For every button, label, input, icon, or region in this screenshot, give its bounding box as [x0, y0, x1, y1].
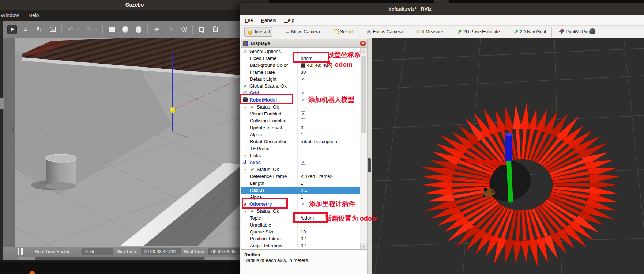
directional-light-icon[interactable] — [179, 25, 188, 34]
checkbox-checked[interactable]: ✔ — [301, 111, 305, 116]
scale-icon[interactable] — [48, 25, 57, 34]
display-row-tf-prefix[interactable]: TF Prefix — [241, 145, 360, 152]
checkbox-checked[interactable]: ✔ — [301, 160, 305, 165]
property-value[interactable]: 1 — [301, 132, 303, 137]
display-row-default-light[interactable]: Default Light✔ — [241, 76, 360, 83]
close-panel-button[interactable]: × — [360, 41, 366, 46]
chevron-down-icon[interactable]: ▾ — [95, 28, 98, 31]
color-swatch[interactable] — [301, 63, 305, 68]
chevron-down-icon[interactable]: ▾ — [586, 30, 588, 34]
display-row-status-ok[interactable]: ▸✔Status: Ok — [241, 166, 360, 173]
property-value[interactable]: 10 — [301, 229, 306, 235]
display-row-reference-frame[interactable]: Reference Frame<Fixed Frame> — [241, 173, 360, 180]
display-row-position-tolera[interactable]: Position Tolera…0.1 — [241, 235, 360, 242]
camera-type-icon[interactable] — [590, 28, 595, 34]
checkbox-checked[interactable]: ✔ — [301, 77, 305, 81]
spot-light-icon[interactable]: ☼ — [165, 25, 175, 34]
translate-icon[interactable]: ↔↕ — [21, 25, 30, 34]
display-row-visual-enabled[interactable]: Visual Enabled✔ — [241, 110, 360, 117]
redo-icon[interactable]: ↷ — [84, 25, 94, 34]
gazebo-splitter-dots[interactable] — [11, 122, 14, 134]
scroll-down-icon[interactable]: ▼ — [360, 243, 367, 249]
checkbox-checked[interactable]: ✔ — [301, 202, 305, 206]
expander-icon[interactable]: ▸ — [245, 105, 248, 109]
property-value[interactable]: 30 — [301, 69, 306, 75]
expander-icon[interactable]: ▸ — [245, 153, 248, 157]
display-row-frame-rate[interactable]: Frame Rate30 — [241, 69, 360, 76]
tool-move-camera[interactable]: ↔↕Move Camera — [282, 27, 322, 36]
display-row-queue-size[interactable]: Queue Size10 — [241, 228, 360, 235]
menu-file[interactable]: File — [245, 18, 253, 23]
display-row-robot-description[interactable]: Robot Descriptionrobot_description — [241, 138, 360, 145]
tool-2d-nav-goal[interactable]: ↗2D Nav Goal — [512, 27, 548, 37]
annotation-box-topic — [293, 212, 328, 223]
tool-measure[interactable]: Measure — [414, 28, 445, 36]
menu-help[interactable]: Help — [284, 18, 294, 23]
display-row-length[interactable]: Length1 — [241, 180, 360, 187]
tool-2d-pose-estimate[interactable]: ↗2D Pose Estimate — [455, 27, 502, 37]
rviz-3d-viewport[interactable] — [372, 38, 644, 274]
property-value[interactable]: 1 — [301, 194, 303, 200]
pause-icon[interactable] — [18, 248, 23, 255]
property-value[interactable]: 0.1 — [301, 243, 307, 248]
gray-cylinder-model[interactable] — [46, 154, 76, 190]
display-row-update-interval[interactable]: Update Interval0 — [241, 124, 360, 131]
add-cylinder-icon[interactable] — [134, 25, 143, 34]
horizontal-scrollbar[interactable] — [18, 257, 237, 260]
property-value[interactable]: 48; 48; 48 — [307, 62, 328, 68]
display-row-global-status-ok[interactable]: ✔Global Status: Ok — [241, 83, 360, 90]
property-label: Queue Size — [250, 229, 275, 235]
annotation-add-robot: 添加机器人模型 — [308, 95, 354, 104]
gazebo-3d-viewport[interactable] — [15, 38, 240, 247]
green-arrow-icon: ↗ — [457, 28, 462, 35]
add-box-icon[interactable] — [107, 25, 116, 34]
select-arrow-icon[interactable]: ➤ — [7, 25, 17, 34]
tool-select[interactable]: Select — [332, 28, 355, 36]
displays-scrollbar-thumb[interactable] — [361, 56, 366, 133]
property-value[interactable]: 1 — [301, 180, 303, 186]
chevron-down-icon[interactable]: ▾ — [77, 28, 80, 31]
checkbox-unchecked[interactable] — [301, 118, 305, 123]
expander-icon[interactable]: ▸ — [245, 209, 248, 213]
menu-help[interactable]: Help — [29, 12, 39, 18]
property-value[interactable]: 0 — [301, 125, 303, 130]
property-value[interactable]: 0.1 — [301, 187, 307, 193]
display-row-alpha[interactable]: Alpha1 — [241, 131, 360, 138]
toolbar-separator — [147, 25, 148, 34]
checkbox-checked[interactable]: ✔ — [301, 98, 305, 102]
undo-icon[interactable]: ↶ — [66, 25, 75, 34]
move-camera-icon: ↔↕ — [284, 29, 290, 34]
property-value[interactable]: <Fixed Frame> — [301, 174, 333, 179]
checkbox-checked[interactable]: ✔ — [301, 91, 305, 95]
display-row-collision-enabled[interactable]: Collision Enabled — [241, 117, 360, 124]
gazebo-panel-handle[interactable] — [0, 98, 4, 109]
displays-panel-header[interactable]: Displays × — [241, 39, 367, 48]
sim-time-value: 00 00:03:42.231 — [141, 248, 181, 255]
tool-interact[interactable]: ☝Interact — [244, 27, 272, 37]
display-row-radius[interactable]: Radius0.1 — [241, 187, 360, 194]
point-light-icon[interactable]: ☀ — [152, 25, 161, 34]
yellow-sphere-model[interactable] — [170, 107, 176, 113]
checkbox-unchecked[interactable] — [301, 222, 305, 227]
add-tool-button[interactable]: + — [559, 27, 564, 37]
rotate-icon[interactable]: ↻ — [34, 25, 44, 34]
expander-icon[interactable]: ▸ — [245, 167, 248, 171]
display-row-links[interactable]: ▸Links — [241, 152, 360, 159]
paste-icon[interactable] — [210, 25, 220, 34]
copy-icon[interactable] — [197, 25, 206, 34]
tool-focus-camera[interactable]: ◎Focus Camera — [364, 27, 405, 37]
property-value[interactable]: robot_description — [301, 139, 337, 144]
remove-tool-button[interactable]: − — [575, 26, 580, 36]
tool-label: Interact — [255, 29, 270, 34]
menu-panels[interactable]: Panels — [261, 18, 276, 23]
menu-window[interactable]: Window — [1, 12, 19, 18]
display-row-axes[interactable]: Axes✔ — [241, 159, 360, 166]
property-label: Robot Description — [250, 139, 287, 144]
annotation-box-fixed-frame — [293, 52, 329, 63]
property-value[interactable]: 0.1 — [301, 236, 307, 241]
add-sphere-icon[interactable] — [120, 25, 130, 34]
scroll-up-icon[interactable]: ▲ — [360, 48, 367, 54]
splitter-handle[interactable] — [368, 158, 371, 172]
panel-splitter[interactable] — [368, 38, 372, 274]
scrollbar-thumb[interactable] — [35, 257, 205, 260]
